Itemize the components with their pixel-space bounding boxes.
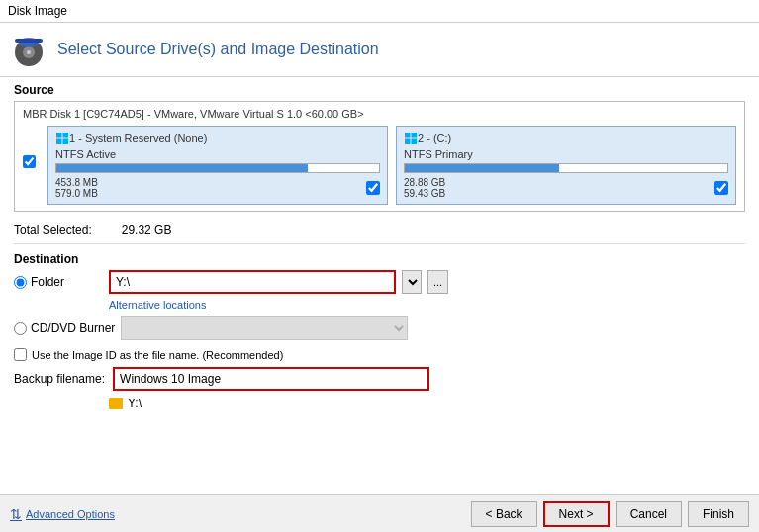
alt-locations-link[interactable]: Alternative locations	[109, 299, 745, 310]
partition-2-name: 2 - (C:)	[418, 133, 451, 144]
cd-radio[interactable]	[14, 322, 27, 335]
bottom-bar: ⇅ Advanced Options < Back Next > Cancel …	[0, 494, 759, 532]
folder-radio[interactable]	[14, 276, 27, 289]
svg-rect-10	[412, 133, 418, 138]
back-button[interactable]: < Back	[471, 501, 537, 527]
partition-2-fill	[405, 164, 559, 172]
use-image-id-label: Use the Image ID as the file name. (Reco…	[32, 349, 283, 361]
partition-1-checkbox[interactable]	[366, 181, 380, 195]
cd-radio-label[interactable]: CD/DVD Burner	[14, 321, 115, 335]
windows-icon-2	[404, 132, 418, 145]
folder-label-text: Folder	[31, 275, 64, 289]
svg-rect-12	[412, 139, 418, 145]
advanced-options-label: Advanced Options	[26, 508, 115, 520]
svg-rect-9	[405, 133, 411, 138]
partition-1-name: 1 - System Reserved (None)	[69, 133, 207, 144]
folder-row: Folder ▾ ...	[14, 270, 745, 294]
advanced-options-icon: ⇅	[10, 506, 22, 522]
filename-input[interactable]	[113, 367, 429, 391]
partition-1-progress	[55, 163, 380, 173]
cd-row: CD/DVD Burner	[14, 316, 745, 340]
cancel-button[interactable]: Cancel	[616, 501, 682, 527]
use-image-id-row: Use the Image ID as the file name. (Reco…	[14, 348, 745, 361]
destination-section: Destination Folder ▾ ... Alternative loc…	[14, 252, 745, 410]
partitions-row: 1 - System Reserved (None) NTFS Active 4…	[23, 126, 736, 205]
partition-2-total: 59.43 GB	[404, 188, 445, 199]
disk-title: MBR Disk 1 [C9C74AD5] - VMware, VMware V…	[23, 108, 736, 120]
folder-radio-label[interactable]: Folder	[14, 275, 103, 289]
partition-2-progress	[404, 163, 728, 173]
svg-rect-8	[63, 139, 69, 145]
advanced-options-link[interactable]: ⇅ Advanced Options	[10, 506, 115, 522]
svg-rect-7	[56, 139, 62, 145]
partition-2: 2 - (C:) NTFS Primary 28.88 GB 59.43 GB	[396, 126, 736, 205]
folder-tree-label: Y:\	[128, 397, 142, 410]
partition-1-fill	[56, 164, 308, 172]
finish-button[interactable]: Finish	[688, 501, 749, 527]
partition-2-used: 28.88 GB	[404, 177, 445, 188]
svg-rect-11	[405, 139, 411, 145]
svg-rect-5	[56, 133, 62, 138]
folder-dropdown[interactable]: ▾	[402, 270, 422, 294]
partition-1-total: 579.0 MB	[55, 188, 98, 199]
page-title: Select Source Drive(s) and Image Destina…	[57, 41, 379, 58]
folder-tree-row: Y:\	[109, 397, 745, 410]
partition-1-used: 453.8 MB	[55, 177, 98, 188]
window-title: Disk Image	[8, 4, 67, 18]
partition-2-header: 2 - (C:)	[404, 132, 728, 145]
disk-image-icon	[10, 31, 47, 68]
total-selected-row: Total Selected: 29.32 GB	[14, 218, 745, 244]
cd-dropdown[interactable]	[121, 316, 408, 340]
nav-buttons: < Back Next > Cancel Finish	[471, 501, 749, 527]
destination-label: Destination	[14, 252, 745, 266]
windows-icon-1	[55, 132, 69, 145]
svg-point-2	[27, 50, 31, 54]
next-button[interactable]: Next >	[543, 501, 610, 527]
title-bar: Disk Image	[0, 0, 759, 23]
disk-master-checkbox[interactable]	[23, 155, 36, 168]
filename-label: Backup filename:	[14, 372, 105, 386]
folder-path-input[interactable]	[109, 270, 396, 294]
svg-rect-6	[63, 133, 69, 138]
header: Select Source Drive(s) and Image Destina…	[0, 23, 759, 77]
source-label: Source	[14, 83, 745, 97]
browse-button[interactable]: ...	[427, 270, 448, 294]
partition-1-type: NTFS Active	[55, 148, 380, 160]
partition-2-checkbox[interactable]	[714, 181, 728, 195]
partition-1-header: 1 - System Reserved (None)	[55, 132, 380, 145]
svg-rect-4	[15, 39, 43, 43]
use-image-id-checkbox[interactable]	[14, 348, 27, 361]
partition-2-sizes: 28.88 GB 59.43 GB	[404, 177, 728, 199]
total-label: Total Selected:	[14, 223, 92, 237]
total-value: 29.32 GB	[122, 223, 172, 237]
source-box: MBR Disk 1 [C9C74AD5] - VMware, VMware V…	[14, 101, 745, 212]
filename-row: Backup filename:	[14, 367, 745, 391]
partition-2-type: NTFS Primary	[404, 148, 728, 160]
partition-1-sizes: 453.8 MB 579.0 MB	[55, 177, 380, 199]
folder-tree-icon	[109, 398, 123, 409]
partition-1: 1 - System Reserved (None) NTFS Active 4…	[47, 126, 388, 205]
cd-label-text: CD/DVD Burner	[31, 321, 115, 335]
